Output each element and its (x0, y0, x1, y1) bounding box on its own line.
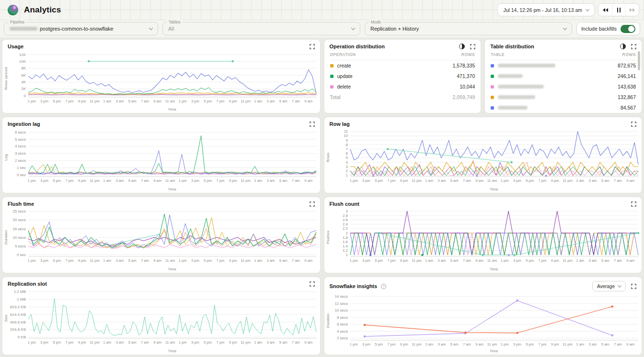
replication-slot-title: Replication slot (8, 281, 47, 287)
svg-text:11 pm: 11 pm (241, 99, 251, 103)
svg-text:1 pm: 1 pm (500, 178, 508, 183)
expand-button[interactable] (631, 201, 636, 207)
svg-text:3 am: 3 am (267, 258, 275, 263)
table-row[interactable]: 84,567 (491, 102, 636, 113)
page-title: Analytics (24, 5, 61, 15)
x-axis-label: Time (324, 349, 642, 355)
svg-text:9 am: 9 am (304, 178, 312, 183)
svg-text:1 am: 1 am (425, 342, 433, 346)
pie-chart-icon[interactable] (620, 44, 626, 49)
pause-button[interactable] (612, 4, 625, 16)
svg-text:1 am: 1 am (254, 340, 262, 345)
pipeline-value: postgres-common-to-snowflake (40, 26, 113, 32)
expand-button[interactable] (631, 44, 636, 49)
svg-text:0 KB: 0 KB (18, 335, 26, 339)
rewind-icon (603, 8, 605, 12)
mode-select[interactable]: Mode Replication + History (365, 22, 572, 35)
scrollbar[interactable] (638, 51, 640, 70)
svg-text:6 secs: 6 secs (336, 322, 347, 326)
pie-chart-icon[interactable] (459, 44, 465, 49)
svg-text:11 am: 11 am (487, 178, 497, 183)
svg-text:5 pm: 5 pm (204, 258, 212, 263)
svg-text:0: 0 (24, 94, 26, 98)
rewind-button[interactable] (598, 4, 612, 16)
svg-text:11 pm: 11 pm (90, 99, 100, 103)
svg-text:5 am: 5 am (450, 178, 458, 183)
table-row[interactable]: 872,675 (491, 60, 636, 71)
aggregate-value: Average (597, 284, 615, 289)
svg-text:3 am: 3 am (267, 99, 275, 103)
include-backfills-control[interactable]: Include backfills (576, 22, 640, 35)
include-backfills-toggle[interactable] (621, 25, 635, 33)
svg-text:11 pm: 11 pm (563, 258, 573, 263)
svg-text:1 pm: 1 pm (28, 99, 36, 103)
flush-count-card: Flush count Flushes 11.21.41.61.822.22.4… (324, 197, 643, 273)
row-count: 246,141 (618, 73, 636, 79)
aggregate-select[interactable]: Average (592, 281, 626, 291)
svg-text:9 am: 9 am (304, 340, 312, 345)
row-lag-card: Row lag Rows 12345678910111 pm3 pm5 pm7 … (324, 117, 643, 193)
fast-forward-button[interactable] (625, 4, 639, 16)
expand-button[interactable] (631, 122, 636, 127)
table-row[interactable]: 143,638 (491, 81, 636, 92)
svg-text:1 am: 1 am (254, 178, 262, 183)
svg-text:9 am: 9 am (304, 258, 312, 263)
svg-text:9 am: 9 am (626, 342, 634, 346)
svg-text:1 pm: 1 pm (179, 340, 187, 345)
svg-text:1 pm: 1 pm (349, 342, 357, 346)
snowflake-insights-title: Snowflake insights (330, 283, 378, 289)
svg-text:7 am: 7 am (614, 258, 622, 263)
table-row[interactable]: 246,141 (491, 71, 636, 81)
pipeline-select[interactable]: Pipeline postgres-common-to-snowflake (4, 22, 158, 35)
ingestion-lag-title: Ingestion lag (8, 121, 40, 127)
expand-button[interactable] (310, 201, 315, 207)
help-icon[interactable]: ? (381, 284, 386, 289)
expand-button[interactable] (470, 44, 475, 49)
date-range-button[interactable]: Jul 14, 12:26 pm - Jul 16, 10:13 am (497, 3, 595, 16)
svg-text:11 pm: 11 pm (90, 340, 100, 345)
mode-label: Mode (369, 20, 383, 24)
y-axis-label: Flushes (326, 230, 330, 244)
svg-text:7 am: 7 am (141, 258, 149, 263)
blurred-table-name (498, 64, 555, 67)
svg-text:11 pm: 11 pm (412, 342, 422, 346)
expand-button[interactable] (310, 122, 315, 127)
svg-text:5 am: 5 am (128, 340, 137, 345)
svg-text:3 am: 3 am (116, 340, 124, 345)
svg-text:1 pm: 1 pm (179, 99, 187, 103)
svg-text:9 pm: 9 pm (229, 178, 237, 183)
svg-text:5 pm: 5 pm (204, 178, 212, 183)
app-header: Analytics Jul 14, 12:26 pm - Jul 16, 10:… (0, 0, 644, 20)
expand-button[interactable] (310, 281, 315, 287)
expand-button[interactable] (631, 284, 636, 289)
usage-chart: 02K4K6K8K10K12K1 pm3 pm5 pm7 pm9 pm11 pm… (6, 50, 320, 105)
dashboard-grid: Usage Rows synced 02K4K6K8K10K12K1 pm3 p… (2, 39, 642, 355)
svg-text:7 pm: 7 pm (217, 340, 225, 345)
table-row[interactable]: update 471,370 (330, 71, 475, 81)
row-count: 872,675 (618, 63, 636, 68)
tables-select[interactable]: Tables All (162, 22, 360, 35)
svg-text:1 am: 1 am (254, 258, 262, 263)
y-axis-label: Duration (4, 230, 8, 244)
svg-text:3 am: 3 am (267, 178, 275, 183)
table-row[interactable]: delete 10,044 (330, 81, 475, 92)
table-row[interactable]: create 1,578,335 (330, 60, 475, 71)
svg-text:1 am: 1 am (103, 258, 111, 263)
svg-text:3 am: 3 am (116, 178, 124, 183)
svg-text:7 am: 7 am (292, 258, 300, 263)
app-logo-icon (8, 5, 18, 15)
svg-text:9 am: 9 am (626, 258, 634, 263)
fast-forward-icon (632, 8, 635, 12)
svg-text:5: 5 (345, 156, 348, 160)
flush-time-chart: 0 sec5 secs10 secs15 secs20 secs25 secs1… (6, 207, 320, 265)
svg-text:1 pm: 1 pm (179, 258, 187, 263)
svg-text:3 am: 3 am (588, 258, 597, 263)
expand-button[interactable] (310, 44, 315, 49)
table-row[interactable]: 132,867 (491, 92, 636, 102)
svg-text:7 am: 7 am (463, 258, 471, 263)
svg-text:5 am: 5 am (601, 178, 609, 183)
svg-text:5 pm: 5 pm (53, 340, 61, 345)
svg-text:3 am: 3 am (588, 342, 597, 346)
svg-text:1 am: 1 am (576, 178, 584, 183)
svg-text:1 am: 1 am (103, 178, 111, 183)
